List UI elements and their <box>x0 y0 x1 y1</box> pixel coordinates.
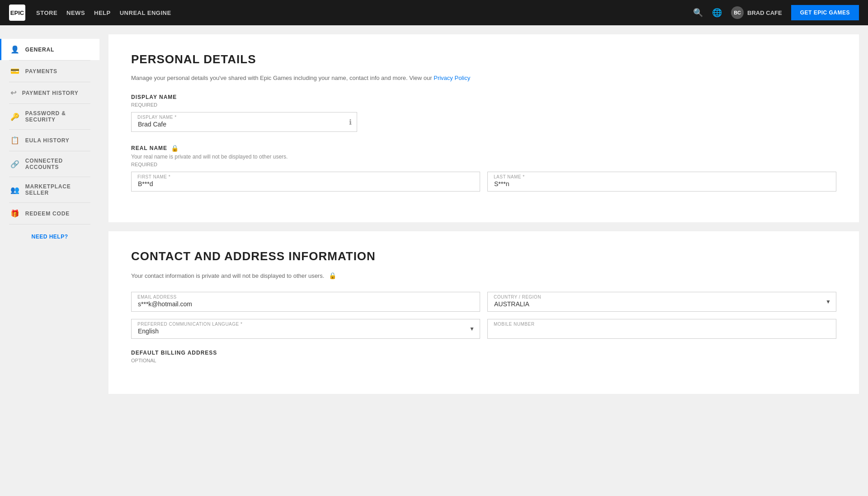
real-name-label: REAL NAME 🔒 <box>131 145 836 152</box>
personal-details-title: PERSONAL DETAILS <box>131 52 836 66</box>
display-name-label: DISPLAY NAME <box>131 94 836 100</box>
sidebar-item-eula-history[interactable]: 📋 EULA HISTORY <box>0 130 99 151</box>
last-name-field: LAST NAME * <box>487 172 836 192</box>
info-icon[interactable]: ℹ <box>349 117 352 126</box>
sidebar-item-payments[interactable]: 💳 PAYMENTS <box>0 61 99 82</box>
lock-icon: 🔒 <box>171 145 179 152</box>
language-field: PREFERRED COMMUNICATION LANGUAGE * Engli… <box>131 319 480 339</box>
contact-lock-icon: 🔒 <box>329 272 336 279</box>
payments-icon: 💳 <box>10 67 20 75</box>
mobile-field: MOBILE NUMBER <box>487 319 836 339</box>
key-icon: 🔑 <box>10 112 20 121</box>
sidebar-item-eula-label: EULA HISTORY <box>25 137 70 144</box>
email-field: EMAIL ADDRESS <box>131 292 480 312</box>
sidebar-item-password-security[interactable]: 🔑 PASSWORD & SECURITY <box>0 104 99 129</box>
mobile-input[interactable] <box>487 319 836 339</box>
sidebar-item-marketplace-label: MARKETPLACE SELLER <box>25 183 90 196</box>
main-content: PERSONAL DETAILS Manage your personal de… <box>99 25 868 496</box>
history-icon: ↩ <box>10 89 17 97</box>
sidebar-item-password-label: PASSWORD & SECURITY <box>25 110 90 123</box>
nav-store[interactable]: STORE <box>36 9 57 16</box>
need-help-link[interactable]: NEED HELP? <box>0 225 99 249</box>
last-name-input[interactable] <box>487 172 836 192</box>
billing-address-label: DEFAULT BILLING ADDRESS <box>131 350 836 356</box>
display-name-input[interactable] <box>131 112 357 132</box>
sidebar-item-general[interactable]: 👤 GENERAL <box>0 39 99 60</box>
user-menu[interactable]: BC BRAD CAFE <box>731 6 782 19</box>
real-name-desc: Your real name is private and will not b… <box>131 154 836 160</box>
billing-optional: OPTIONAL <box>131 358 836 363</box>
person-icon: 👤 <box>10 45 20 54</box>
sidebar-item-payment-history[interactable]: ↩ PAYMENT HISTORY <box>0 82 99 103</box>
nav-right: 🔍 🌐 BC BRAD CAFE GET EPIC GAMES <box>693 5 859 20</box>
real-name-group: REAL NAME 🔒 Your real name is private an… <box>131 145 836 192</box>
personal-details-section: PERSONAL DETAILS Manage your personal de… <box>108 34 859 222</box>
first-name-input[interactable] <box>131 172 480 192</box>
epic-games-logo[interactable]: EPIC <box>9 5 25 21</box>
nav-unreal-engine[interactable]: UNREAL ENGINE <box>120 9 171 16</box>
sidebar-item-redeem-code[interactable]: 🎁 REDEEM CODE <box>0 203 99 224</box>
user-name: BRAD CAFE <box>747 9 782 16</box>
clipboard-icon: 📋 <box>10 136 20 145</box>
personal-details-desc: Manage your personal details you've shar… <box>131 74 836 83</box>
first-name-field: FIRST NAME * <box>131 172 480 192</box>
email-country-row: EMAIL ADDRESS COUNTRY / REGION AUSTRALIA… <box>131 292 836 312</box>
contact-address-desc: Your contact information is private and … <box>131 271 836 281</box>
real-name-required: REQUIRED <box>131 162 836 167</box>
search-icon[interactable]: 🔍 <box>693 8 703 18</box>
link-icon: 🔗 <box>10 160 20 168</box>
display-name-field: DISPLAY NAME * ℹ <box>131 112 357 132</box>
sidebar-item-payments-label: PAYMENTS <box>25 68 57 75</box>
sidebar-item-redeem-label: REDEEM CODE <box>25 211 70 217</box>
sidebar-item-connected-accounts[interactable]: 🔗 CONNECTED ACCOUNTS <box>0 151 99 177</box>
globe-icon[interactable]: 🌐 <box>712 8 722 18</box>
contact-address-section: CONTACT AND ADDRESS INFORMATION Your con… <box>108 231 859 394</box>
sidebar-item-general-label: GENERAL <box>25 47 54 53</box>
language-mobile-row: PREFERRED COMMUNICATION LANGUAGE * Engli… <box>131 319 836 339</box>
real-name-row: FIRST NAME * LAST NAME * <box>131 172 836 192</box>
display-name-required: REQUIRED <box>131 102 836 108</box>
page-layout: 👤 GENERAL 💳 PAYMENTS ↩ PAYMENT HISTORY 🔑… <box>0 25 868 496</box>
sidebar-item-connected-label: CONNECTED ACCOUNTS <box>25 158 90 170</box>
get-epic-button[interactable]: GET EPIC GAMES <box>791 5 859 20</box>
sidebar-item-payment-history-label: PAYMENT HISTORY <box>22 90 79 96</box>
sidebar: 👤 GENERAL 💳 PAYMENTS ↩ PAYMENT HISTORY 🔑… <box>0 25 99 496</box>
top-navigation: EPIC STORE NEWS HELP UNREAL ENGINE 🔍 🌐 B… <box>0 0 868 25</box>
nav-links: STORE NEWS HELP UNREAL ENGINE <box>36 9 682 16</box>
email-input[interactable] <box>131 292 480 312</box>
country-select[interactable]: AUSTRALIA <box>487 292 836 312</box>
billing-address-group: DEFAULT BILLING ADDRESS OPTIONAL <box>131 350 836 363</box>
language-select[interactable]: English <box>131 319 480 339</box>
gift-icon: 🎁 <box>10 209 20 218</box>
sidebar-item-marketplace-seller[interactable]: 👥 MARKETPLACE SELLER <box>0 177 99 202</box>
display-name-group: DISPLAY NAME REQUIRED DISPLAY NAME * ℹ <box>131 94 836 132</box>
nav-news[interactable]: NEWS <box>66 9 85 16</box>
privacy-policy-link[interactable]: Privacy Policy <box>434 75 470 81</box>
country-field: COUNTRY / REGION AUSTRALIA ▼ <box>487 292 836 312</box>
seller-icon: 👥 <box>10 186 20 194</box>
nav-help[interactable]: HELP <box>94 9 111 16</box>
contact-address-title: CONTACT AND ADDRESS INFORMATION <box>131 249 836 263</box>
avatar: BC <box>731 6 744 19</box>
